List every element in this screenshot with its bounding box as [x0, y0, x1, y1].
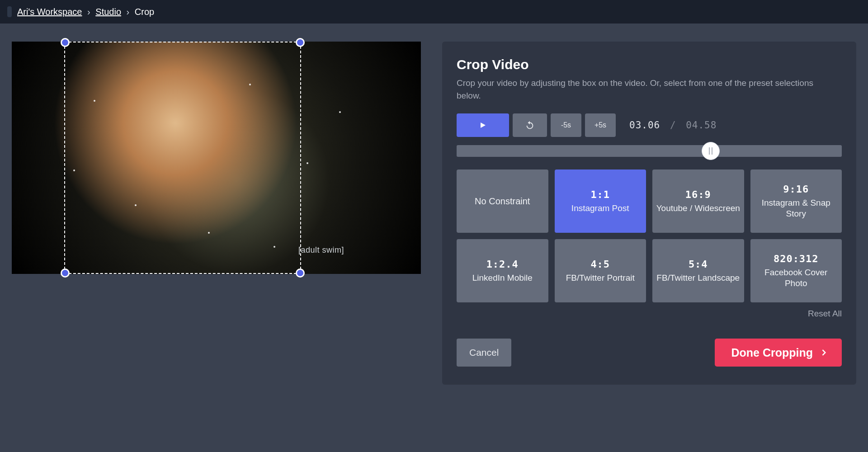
preset-1-1[interactable]: 1:1 Instagram Post — [555, 170, 646, 233]
video-preview[interactable]: [adult swim] — [12, 42, 421, 274]
reset-all-link[interactable]: Reset All — [457, 309, 842, 319]
preset-ratio: 1:2.4 — [486, 259, 519, 270]
preset-ratio: 16:9 — [685, 189, 711, 200]
crop-handle-bottom-left[interactable] — [61, 268, 70, 278]
workspace: [adult swim] Crop Video Crop your video … — [0, 24, 868, 403]
breadcrumb-sep: › — [87, 7, 90, 17]
panel-footer: Cancel Done Cropping — [457, 339, 842, 367]
breadcrumb-workspace[interactable]: Ari's Workspace — [17, 7, 82, 17]
crop-box[interactable] — [64, 42, 301, 274]
play-button[interactable] — [457, 113, 509, 137]
preset-label: FB/Twitter Portrait — [566, 273, 635, 283]
preset-label: Youtube / Widescreen — [656, 203, 740, 214]
panel-description: Crop your video by adjusting the box on … — [457, 77, 827, 102]
preset-9-16[interactable]: 9:16 Instagram & Snap Story — [750, 170, 842, 233]
preset-label: No Constraint — [475, 196, 530, 207]
preset-16-9[interactable]: 16:9 Youtube / Widescreen — [652, 170, 744, 233]
back-5s-button[interactable]: -5s — [551, 113, 581, 137]
crop-handle-top-left[interactable] — [61, 38, 70, 47]
restart-icon — [525, 120, 535, 130]
preset-no-constraint[interactable]: No Constraint — [457, 170, 548, 233]
preset-label: Instagram Post — [571, 203, 629, 214]
preset-ratio: 1:1 — [590, 189, 610, 200]
preset-grid: No Constraint 1:1 Instagram Post 16:9 Yo… — [457, 170, 842, 302]
crop-panel: Crop Video Crop your video by adjusting … — [442, 42, 856, 385]
video-column: [adult swim] — [12, 42, 428, 385]
preset-label: Facebook Cover Photo — [754, 267, 839, 289]
scrubber-track[interactable] — [457, 145, 842, 157]
preset-label: FB/Twitter Landscape — [656, 273, 740, 283]
time-readout: 03.06 / 04.58 — [629, 120, 717, 131]
crop-handle-bottom-right[interactable] — [296, 268, 305, 278]
current-time: 03.06 — [629, 120, 660, 131]
breadcrumb-current: Crop — [135, 7, 154, 17]
preset-label: LinkedIn Mobile — [472, 273, 533, 283]
total-time: 04.58 — [686, 120, 717, 131]
restart-button[interactable] — [513, 113, 547, 137]
play-icon — [479, 122, 486, 129]
breadcrumb-sep: › — [127, 7, 130, 17]
playback-controls: -5s +5s 03.06 / 04.58 — [457, 113, 842, 137]
app-logo — [7, 6, 12, 17]
preset-label: Instagram & Snap Story — [754, 198, 839, 219]
time-sep: / — [670, 120, 676, 131]
forward-5s-button[interactable]: +5s — [585, 113, 616, 137]
preset-ratio: 9:16 — [783, 184, 809, 195]
preset-ratio: 5:4 — [689, 259, 708, 270]
done-cropping-button[interactable]: Done Cropping — [715, 339, 842, 367]
preset-ratio: 820:312 — [774, 253, 819, 264]
breadcrumb-studio[interactable]: Studio — [95, 7, 121, 17]
done-label: Done Cropping — [731, 346, 813, 359]
crop-handle-top-right[interactable] — [296, 38, 305, 47]
video-watermark: [adult swim] — [298, 245, 344, 255]
panel-title: Crop Video — [457, 57, 842, 72]
preset-ratio: 4:5 — [590, 259, 610, 270]
preset-4-5[interactable]: 4:5 FB/Twitter Portrait — [555, 239, 646, 302]
preset-5-4[interactable]: 5:4 FB/Twitter Landscape — [652, 239, 744, 302]
top-bar: Ari's Workspace › Studio › Crop — [0, 0, 868, 24]
preset-1-2-4[interactable]: 1:2.4 LinkedIn Mobile — [457, 239, 548, 302]
preset-820-312[interactable]: 820:312 Facebook Cover Photo — [750, 239, 842, 302]
scrubber[interactable] — [457, 145, 842, 157]
chevron-right-icon — [819, 348, 828, 357]
scrubber-thumb[interactable] — [702, 142, 720, 160]
cancel-button[interactable]: Cancel — [457, 339, 511, 367]
breadcrumb: Ari's Workspace › Studio › Crop — [17, 7, 154, 17]
